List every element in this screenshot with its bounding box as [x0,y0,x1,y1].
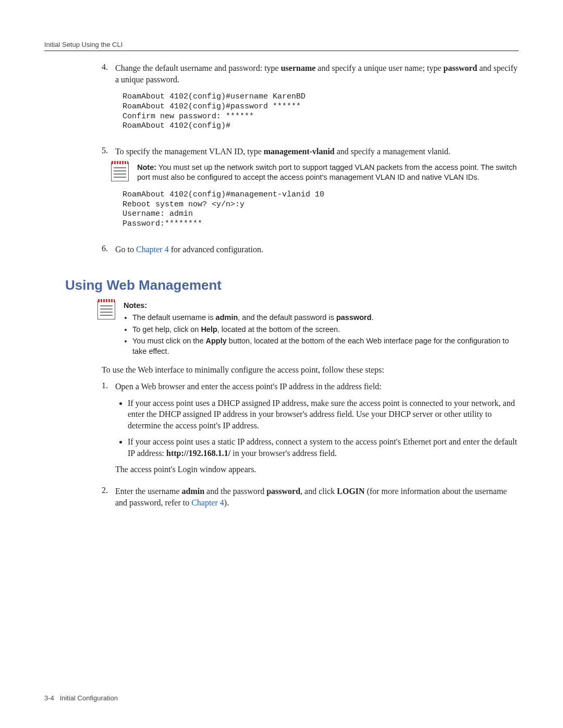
text: To specify the management VLAN ID, type [115,147,264,156]
keyword-apply: Apply [206,337,227,345]
bullet-static-ip: If your access point uses a static IP ad… [128,436,519,459]
link-chapter-4[interactable]: Chapter 4 [136,245,169,254]
text: ). [224,498,229,507]
keyword-help: Help [201,325,217,334]
step-number: 5. [102,146,115,155]
text: To get help, click on [132,325,201,334]
text: Enter the username [115,487,182,496]
web-step-2-text: Enter the username admin and the passwor… [115,486,519,508]
text: . [372,313,374,322]
text: , located at the bottom of the screen. [217,325,340,334]
text: , and the default password is [238,313,336,322]
web-step-1-bullets: If your access point uses a DHCP assigne… [115,398,519,459]
text: Change the default username and password… [115,64,281,72]
text: Go to [115,245,136,254]
page-footer: 3-4 Initial Configuration [44,694,118,702]
text: The default username is [132,313,216,322]
text: and specify a management vlanid. [335,147,450,156]
note-1-body: Note: You must set up the network switch… [137,163,519,183]
step-number: 6. [102,244,115,253]
note-text: You must set up the network switch port … [137,163,517,182]
footer-section-title: Initial Configuration [60,694,118,702]
step-number: 4. [102,63,115,72]
step-5: 5. To specify the management VLAN ID, ty… [102,146,519,239]
web-step-1-tail: The access point's Login window appears. [115,464,519,475]
text: You must click on the [132,337,206,345]
code-block-1: RoamAbout 4102(config)#username KarenBD … [123,92,519,131]
text: in your browser's address field. [230,449,337,458]
step-4-text: Change the default username and password… [115,63,519,85]
text: and the password [204,487,266,496]
keyword-admin: admin [182,487,205,496]
notes-item-2: To get help, click on Help, located at t… [132,325,519,335]
keyword-ip-url: http://192.168.1.1/ [166,449,230,458]
notepad-icon [97,301,115,319]
bullet-dhcp: If your access point uses a DHCP assigne… [128,398,519,431]
code-block-2: RoamAbout 4102(config)#management-vlanid… [123,190,519,229]
keyword-management-vlanid: management-vlanid [264,147,335,156]
text: for advanced configuration. [169,245,263,254]
step-4: 4. Change the default username and passw… [102,63,519,141]
intro-paragraph: To use the Web interface to minimally co… [102,364,519,376]
web-step-2: 2. Enter the username admin and the pass… [102,486,519,513]
header-rule [44,51,519,51]
running-header: Initial Setup Using the CLI [44,41,519,48]
notes-item-1: The default username is admin, and the d… [132,313,519,323]
step-number: 1. [102,381,115,390]
page-number: 3-4 [44,694,54,702]
step-6: 6. Go to Chapter 4 for advanced configur… [102,244,519,261]
notes-item-3: You must click on the Apply button, loca… [132,336,519,356]
step-6-text: Go to Chapter 4 for advanced configurati… [115,244,519,255]
keyword-username: username [281,64,316,72]
keyword-password: password [266,487,300,496]
step-5-text: To specify the management VLAN ID, type … [115,146,519,157]
note-label: Note: [137,163,156,171]
note-block-1: Note: You must set up the network switch… [111,163,519,183]
web-step-1: 1. Open a Web browser and enter the acce… [102,381,519,480]
notes-block-2: Notes: The default username is admin, an… [97,301,519,359]
text: and specify a unique user name; type [315,64,443,72]
heading-using-web-management: Using Web Management [65,277,519,293]
keyword-login: LOGIN [337,487,364,496]
notes-list: The default username is admin, and the d… [124,313,519,356]
keyword-admin: admin [216,313,238,322]
web-step-1-text: Open a Web browser and enter the access … [115,381,519,392]
keyword-password: password [444,64,478,72]
text: , and click [300,487,337,496]
link-chapter-4[interactable]: Chapter 4 [191,498,224,507]
notes-label: Notes: [124,301,519,311]
keyword-password: password [336,313,372,322]
notepad-icon [111,163,129,181]
step-number: 2. [102,486,115,495]
